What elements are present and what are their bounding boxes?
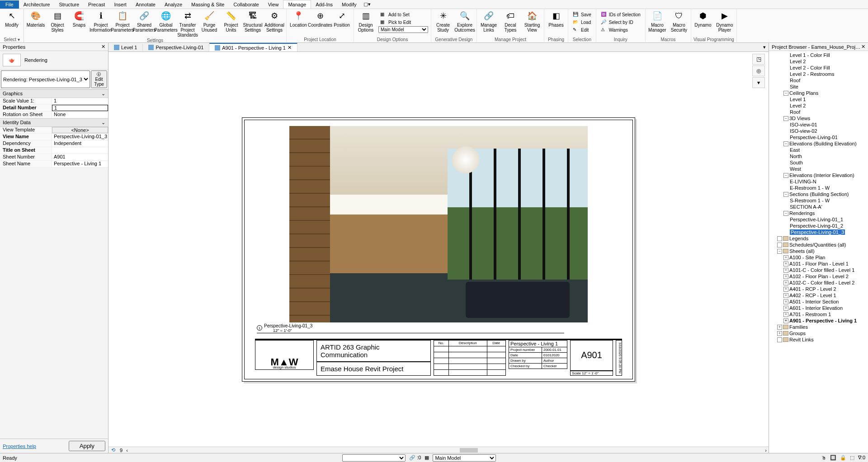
macro-security-button[interactable]: 🛡MacroSecurity <box>668 10 690 33</box>
sheet-view[interactable]: 1 Perspective-Living-01_3 12" = 1'-0" M▲… <box>242 117 635 382</box>
ribbon-tab-collaborate[interactable]: Collaborate <box>229 0 263 9</box>
ribbon-tab-precast[interactable]: Precast <box>84 0 109 9</box>
project-information-button[interactable]: ℹProjectInformation <box>90 10 112 33</box>
expand-icon[interactable]: − <box>783 116 788 121</box>
ribbon-tab-view[interactable]: View <box>264 0 283 9</box>
scroll-right-icon[interactable]: › <box>763 448 769 453</box>
save-selection-button[interactable]: 💾Save <box>571 11 593 19</box>
view-template-button[interactable]: <None> <box>52 127 108 133</box>
browser-node[interactable]: +A102-C - Color filled - Level 2 <box>769 280 868 286</box>
selection-filter-icon[interactable]: 🔲 <box>830 455 836 461</box>
browser-node[interactable]: Level 2 - Restrooms <box>769 71 868 77</box>
design-option-combo[interactable]: Main Model <box>378 26 428 33</box>
design-options-button[interactable]: ▥Design Options <box>355 10 377 33</box>
horizontal-scrollbar[interactable]: ⟲ 9 ‹ › <box>108 447 769 453</box>
macro-manager-button[interactable]: 📄MacroManager <box>646 10 668 33</box>
browser-node[interactable]: ISO-view-02 <box>769 128 868 134</box>
browser-node[interactable]: +Groups <box>769 330 868 336</box>
type-thumbnail[interactable]: 🫖 <box>3 54 21 66</box>
browser-node[interactable]: Schedules/Quantities (all) <box>769 242 868 248</box>
main-model-combo[interactable]: Main Model <box>433 454 496 462</box>
ribbon-tab-manage[interactable]: Manage <box>283 0 311 9</box>
expand-icon[interactable]: + <box>783 280 788 285</box>
select-by-id-button[interactable]: 🔎Select by ID <box>599 19 642 26</box>
expand-icon[interactable]: + <box>777 331 782 336</box>
browser-node[interactable]: S-Restroom 1 - W <box>769 197 868 204</box>
global-parameters-button[interactable]: 🌐GlobalParameters <box>155 10 177 33</box>
ribbon-tab-architecture[interactable]: Architecture <box>19 0 55 9</box>
structural-settings-button[interactable]: 🏗StructuralSettings <box>242 10 264 33</box>
nav-cube-icon[interactable]: ◳ <box>752 54 765 65</box>
expand-icon[interactable]: + <box>783 255 788 260</box>
drawing-canvas[interactable]: ◳ ◎ ▾ 1 Perspective-Living-01_3 12" = 1'… <box>108 52 769 447</box>
browser-node[interactable]: +A102 - Floor Plan - Level 2 <box>769 273 868 280</box>
browser-node[interactable]: +A401 - RCP - Level 2 <box>769 286 868 292</box>
browser-node[interactable]: −Elevations (Building Elevation) <box>769 140 868 147</box>
expand-icon[interactable]: − <box>783 192 788 197</box>
expand-icon[interactable]: + <box>783 293 788 298</box>
browser-node[interactable]: Level 2 <box>769 103 868 109</box>
browser-node[interactable]: East <box>769 147 868 153</box>
browser-node[interactable]: +A101-C - Color filled - Level 1 <box>769 267 868 273</box>
expand-icon[interactable] <box>777 243 782 247</box>
title-on-sheet-field[interactable] <box>52 147 108 154</box>
pick-to-edit-button[interactable]: ▦Pick to Edit <box>378 19 428 26</box>
dynamo-button[interactable]: ⬢Dynamo <box>692 10 714 28</box>
apply-button[interactable]: Apply <box>69 441 105 451</box>
ribbon-tab-insert[interactable]: Insert <box>109 0 131 9</box>
expand-icon[interactable]: − <box>783 211 788 216</box>
type-name[interactable]: Rendering <box>24 57 47 63</box>
view-tab[interactable]: Level 1 <box>108 44 143 51</box>
transfer-project-standards-button[interactable]: ⇄TransferProject Standards <box>177 10 198 37</box>
ribbon-expand-icon[interactable]: ▢▾ <box>361 1 373 7</box>
selection-filter-icon[interactable]: 🔒 <box>840 455 846 461</box>
dynamo-player-button[interactable]: ▶DynamoPlayer <box>714 10 736 33</box>
ribbon-tab-add-ins[interactable]: Add-Ins <box>311 0 337 9</box>
browser-node[interactable]: +A501 - Interior Section <box>769 299 868 305</box>
browser-node[interactable]: Perspective-Living-01 <box>769 134 868 140</box>
browser-node[interactable]: Perspective-Living-01_1 <box>769 216 868 223</box>
object-styles-button[interactable]: ▤ObjectStyles <box>47 10 68 33</box>
graphics-section[interactable]: Graphics <box>3 91 23 97</box>
coordinates-button[interactable]: ⊕Coordinates <box>309 10 331 28</box>
browser-node[interactable]: −Elevations (Interior Elevation) <box>769 172 868 178</box>
browser-node[interactable]: E-LIVING-N <box>769 178 868 185</box>
browser-node[interactable]: SECTION A-A' <box>769 204 868 210</box>
browser-node[interactable]: −Sections (Building Section) <box>769 191 868 197</box>
load-selection-button[interactable]: 📂Load <box>571 19 593 26</box>
close-tab-icon[interactable]: ✕ <box>288 45 292 51</box>
filter-icon[interactable]: ∇:0 <box>858 455 865 461</box>
expand-icon[interactable]: + <box>783 312 788 317</box>
expand-icon[interactable]: − <box>783 141 788 146</box>
browser-node[interactable]: +Families <box>769 324 868 330</box>
browser-node[interactable]: +A100 - Site Plan <box>769 254 868 261</box>
snaps-button[interactable]: 🧲Snaps <box>68 10 90 28</box>
view-tab[interactable]: A901 - Perspective - Living 1 ✕ <box>209 43 297 51</box>
browser-node[interactable]: +A901 - Perspective - Living 1 <box>769 317 868 324</box>
file-tab[interactable]: File <box>0 0 19 9</box>
ribbon-tab-structure[interactable]: Structure <box>54 0 84 9</box>
edit-type-button[interactable]: 🛈 Edit Type <box>91 70 107 88</box>
scale-value-field[interactable]: 1 <box>52 98 108 104</box>
ribbon-tab-modify[interactable]: Modify <box>337 0 361 9</box>
expand-icon[interactable]: + <box>777 325 782 330</box>
materials-button[interactable]: 🎨Materials <box>25 10 47 28</box>
expand-icon[interactable]: + <box>783 268 788 273</box>
browser-node[interactable]: Roof <box>769 109 868 115</box>
view-tab[interactable]: Perspective-Living-01 <box>143 44 209 51</box>
status-icon[interactable]: 🔗 :0 <box>409 455 421 461</box>
status-combo[interactable] <box>342 454 406 462</box>
browser-node[interactable]: −Sheets (all) <box>769 248 868 254</box>
location-button[interactable]: 📍Location <box>288 10 309 28</box>
browser-node[interactable]: Level 2 - Color Fill <box>769 65 868 71</box>
modify-button[interactable]: ↖Modify <box>1 10 23 28</box>
browser-node[interactable]: West <box>769 166 868 172</box>
selection-filter-icon[interactable]: ⬚ <box>850 455 854 461</box>
project-units-button[interactable]: 📏ProjectUnits <box>220 10 242 33</box>
explore-outcomes-button[interactable]: 🔍ExploreOutcomes <box>454 10 476 33</box>
manage-links-button[interactable]: 🔗ManageLinks <box>478 10 500 33</box>
properties-help-link[interactable]: Properties help <box>3 443 36 449</box>
browser-node[interactable]: Perspective-Living-01_3 <box>769 229 868 235</box>
browser-node[interactable]: +A101 - Floor Plan - Level 1 <box>769 261 868 267</box>
browser-node[interactable]: Legends <box>769 235 868 242</box>
